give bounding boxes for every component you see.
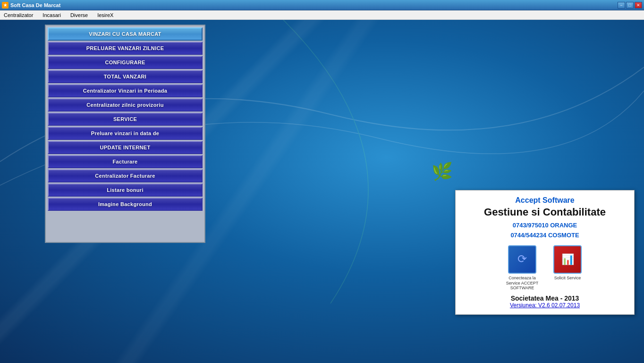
- teamviewer-img: [508, 245, 536, 274]
- service-label: Solicit Service: [554, 276, 581, 281]
- btn-update-internet[interactable]: UPDATE INTERNET: [48, 141, 203, 154]
- btn-listare-bonuri[interactable]: Listare bonuri: [48, 183, 203, 197]
- title-bar-left: ★ Soft Casa De Marcat: [2, 2, 60, 9]
- menu-incasari[interactable]: Incasari: [41, 12, 63, 18]
- btn-imagine-background[interactable]: Imagine Background: [48, 198, 203, 211]
- close-button[interactable]: ✕: [635, 2, 642, 9]
- btn-vinzari-casa[interactable]: VINZARI CU CASA MARCAT: [48, 27, 203, 41]
- service-icon[interactable]: Solicit Service: [549, 245, 586, 291]
- maximize-button[interactable]: □: [626, 2, 634, 9]
- desktop-icons-row: Conecteaza la Service ACCEPT SOFTWARE So…: [463, 245, 627, 291]
- software-title: Gestiune si Contabilitate: [463, 207, 627, 218]
- btn-centralizator-facturare[interactable]: Centralizator Facturare: [48, 169, 203, 182]
- panel-spacer: [48, 212, 203, 240]
- left-panel: VINZARI CU CASA MARCAT PRELUARE VANZARI …: [45, 25, 205, 243]
- menu-diverse[interactable]: Diverse: [68, 12, 90, 18]
- version-text: Versiunea: V2.6 02.07.2013: [463, 302, 627, 309]
- btn-facturare[interactable]: Facturare: [48, 155, 203, 168]
- btn-total-vanzari[interactable]: TOTAL VANZARI: [48, 70, 203, 83]
- desktop: VINZARI CU CASA MARCAT PRELUARE VANZARI …: [0, 20, 644, 363]
- menu-bar: Centralizator Incasari Diverse IesireX: [0, 10, 644, 20]
- phone-orange: 0743/975010 ORANGE: [463, 221, 627, 231]
- info-card: Accept Software Gestiune si Contabilitat…: [455, 190, 635, 315]
- window-title: Soft Casa De Marcat: [10, 2, 60, 8]
- teamviewer-icon[interactable]: Conecteaza la Service ACCEPT SOFTWARE: [503, 245, 541, 291]
- btn-preluare-zilnice[interactable]: PRELUARE VANZARI ZILNICE: [48, 42, 203, 55]
- btn-service[interactable]: SERVICE: [48, 112, 203, 126]
- teamviewer-label: Conecteaza la Service ACCEPT SOFTWARE: [503, 276, 541, 291]
- plant-decoration: [432, 162, 455, 190]
- title-bar: ★ Soft Casa De Marcat − □ ✕: [0, 0, 644, 10]
- minimize-button[interactable]: −: [618, 2, 625, 9]
- phone-cosmote: 0744/544234 COSMOTE: [463, 231, 627, 241]
- company-name: Accept Software: [463, 196, 627, 205]
- btn-configurare[interactable]: CONFIGURARE: [48, 56, 203, 69]
- menu-centralizator[interactable]: Centralizator: [2, 12, 35, 18]
- btn-centralizator-perioada[interactable]: Centralizator Vinzari in Perioada: [48, 84, 203, 97]
- btn-centralizator-zilnic[interactable]: Centralizator zilnic provizoriu: [48, 98, 203, 112]
- society-name: Societatea Mea - 2013: [463, 294, 627, 302]
- app-icon: ★: [2, 2, 8, 9]
- window-controls: − □ ✕: [618, 2, 642, 9]
- menu-iesire[interactable]: IesireX: [95, 12, 115, 18]
- service-img: [553, 245, 582, 274]
- btn-preluare-data[interactable]: Preluare vinzari in data de: [48, 127, 203, 140]
